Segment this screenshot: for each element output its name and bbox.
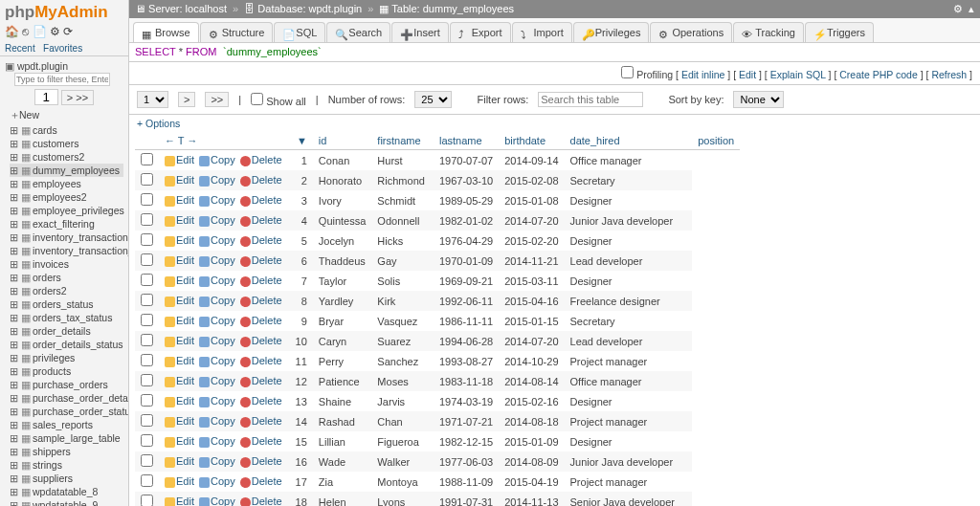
profiling-checkbox[interactable] (621, 66, 634, 78)
edit-inline-link[interactable]: Edit inline (681, 69, 725, 80)
col-lastname[interactable]: lastname (434, 132, 499, 150)
copy-row[interactable]: Copy (199, 375, 235, 386)
tab-sql[interactable]: 📄SQL (274, 22, 325, 42)
row-checkbox[interactable] (141, 434, 153, 447)
edit-row[interactable]: Edit (165, 335, 194, 346)
table-node-customers[interactable]: ⊞▦customers (10, 137, 123, 150)
row-checkbox[interactable] (141, 314, 153, 326)
edit-row[interactable]: Edit (165, 194, 194, 206)
delete-row[interactable]: Delete (240, 315, 282, 326)
page-select[interactable]: 1 (137, 91, 168, 108)
copy-row[interactable]: Copy (199, 174, 235, 186)
numrows-select[interactable]: 25 (414, 91, 452, 108)
edit-link[interactable]: Edit (739, 69, 756, 80)
col-firstname[interactable]: firstname (371, 132, 434, 150)
edit-row[interactable]: Edit (165, 435, 194, 447)
copy-row[interactable]: Copy (199, 415, 235, 427)
table-row[interactable]: Edit Copy Delete16WadeWalker1977-06-0320… (135, 451, 740, 472)
explain-link[interactable]: Explain SQL (770, 69, 826, 80)
table-node-sales_reports[interactable]: ⊞▦sales_reports (10, 418, 123, 431)
next-page-btn[interactable]: > (178, 92, 195, 107)
table-node-inventory_transaction_types[interactable]: ⊞▦inventory_transaction_types (10, 244, 123, 257)
delete-row[interactable]: Delete (240, 435, 282, 447)
options-toggle[interactable]: + Options (137, 118, 180, 129)
php-link[interactable]: Create PHP code (839, 69, 918, 80)
sql-query[interactable]: SELECT * FROM `dummy_employees` (129, 43, 980, 62)
copy-row[interactable]: Copy (199, 435, 235, 447)
edit-row[interactable]: Edit (165, 415, 194, 427)
table-link[interactable]: dummy_employees (423, 3, 514, 14)
table-node-exact_filtering[interactable]: ⊞▦exact_filtering (10, 217, 123, 231)
delete-row[interactable]: Delete (240, 214, 282, 226)
favorites-link[interactable]: Favorites (43, 43, 82, 54)
copy-row[interactable]: Copy (199, 194, 235, 206)
table-node-purchase_order_status[interactable]: ⊞▦purchase_order_status (10, 405, 123, 418)
row-checkbox[interactable] (141, 173, 153, 186)
table-row[interactable]: Edit Copy Delete3IvorySchmidt1989-05-292… (135, 190, 740, 210)
table-node-employees2[interactable]: ⊞▦employees2 (10, 190, 123, 204)
delete-row[interactable]: Delete (240, 475, 282, 487)
db-link[interactable]: wpdt.plugin (309, 3, 363, 14)
table-node-sample_large_table[interactable]: ⊞▦sample_large_table (10, 431, 123, 445)
row-checkbox[interactable] (141, 153, 153, 165)
edit-row[interactable]: Edit (165, 475, 194, 487)
show-all-checkbox[interactable] (251, 93, 263, 105)
edit-row[interactable]: Edit (165, 174, 194, 186)
table-row[interactable]: Edit Copy Delete7TaylorSolis1969-09-2120… (135, 271, 740, 291)
table-node-inventory_transactions[interactable]: ⊞▦inventory_transactions (10, 231, 123, 244)
table-node-suppliers[interactable]: ⊞▦suppliers (10, 472, 123, 485)
last-page-btn[interactable]: >> (205, 92, 229, 107)
db-node[interactable]: ▣ wpdt.plugin (5, 59, 123, 73)
table-row[interactable]: Edit Copy Delete13ShaineJarvis1974-03-19… (135, 391, 740, 411)
table-node-strings[interactable]: ⊞▦strings (10, 458, 123, 472)
delete-row[interactable]: Delete (240, 234, 282, 246)
table-node-orders_status[interactable]: ⊞▦orders_status (10, 297, 123, 311)
col-id[interactable]: id (313, 132, 372, 150)
table-node-employee_privileges[interactable]: ⊞▦employee_privileges (10, 204, 123, 217)
edit-row[interactable]: Edit (165, 495, 194, 506)
table-node-wpdatatable_9[interactable]: ⊞▦wpdatatable_9 (10, 498, 123, 506)
table-node-customers2[interactable]: ⊞▦customers2 (10, 150, 123, 164)
table-row[interactable]: Edit Copy Delete1ConanHurst1970-07-07201… (135, 150, 740, 171)
delete-row[interactable]: Delete (240, 495, 282, 506)
edit-row[interactable]: Edit (165, 375, 194, 386)
edit-row[interactable]: Edit (165, 254, 194, 266)
settings-icon[interactable]: ⚙ (953, 3, 963, 14)
table-row[interactable]: Edit Copy Delete10CarynSuarez1994-06-282… (135, 331, 740, 351)
table-node-purchase_order_details[interactable]: ⊞▦purchase_order_details (10, 391, 123, 405)
tab-export[interactable]: ⤴Export (450, 22, 511, 42)
copy-row[interactable]: Copy (199, 315, 235, 326)
table-row[interactable]: Edit Copy Delete4QuintessaOdonnell1982-0… (135, 210, 740, 231)
copy-row[interactable]: Copy (199, 335, 235, 346)
row-checkbox[interactable] (141, 274, 153, 286)
copy-row[interactable]: Copy (199, 395, 235, 407)
table-row[interactable]: Edit Copy Delete9BryarVasquez1986-11-112… (135, 311, 740, 331)
delete-row[interactable]: Delete (240, 355, 282, 366)
table-row[interactable]: Edit Copy Delete15LillianFigueroa1982-12… (135, 431, 740, 451)
table-row[interactable]: Edit Copy Delete8YardleyKirk1992-06-1120… (135, 291, 740, 311)
logo[interactable]: phpMyAdmin (0, 0, 128, 25)
col-date_hired[interactable]: date_hired (565, 132, 693, 150)
table-row[interactable]: Edit Copy Delete5JocelynHicks1976-04-292… (135, 231, 740, 251)
row-checkbox[interactable] (141, 414, 153, 427)
collapse-icon[interactable]: ▴ (969, 3, 974, 14)
edit-row[interactable]: Edit (165, 214, 194, 226)
copy-row[interactable]: Copy (199, 475, 235, 487)
tab-search[interactable]: 🔍Search (326, 22, 390, 42)
row-checkbox[interactable] (141, 334, 153, 346)
table-node-dummy_employees[interactable]: ⊞▦dummy_employees (10, 164, 123, 177)
table-filter-input[interactable] (14, 73, 110, 86)
delete-row[interactable]: Delete (240, 194, 282, 206)
row-checkbox[interactable] (141, 454, 153, 467)
sidebar-quick-icons[interactable]: 🏠 ⎋ 📄 ⚙ ⟳ (0, 25, 128, 41)
table-node-orders2[interactable]: ⊞▦orders2 (10, 284, 123, 297)
delete-row[interactable]: Delete (240, 395, 282, 407)
table-row[interactable]: Edit Copy Delete18HelenLyons1991-07-3120… (135, 492, 740, 506)
row-checkbox[interactable] (141, 213, 153, 226)
copy-row[interactable]: Copy (199, 275, 235, 286)
table-node-invoices[interactable]: ⊞▦invoices (10, 257, 123, 271)
tab-import[interactable]: ⤵Import (512, 22, 572, 42)
row-checkbox[interactable] (141, 374, 153, 386)
edit-row[interactable]: Edit (165, 295, 194, 306)
col-birthdate[interactable]: birthdate (499, 132, 564, 150)
